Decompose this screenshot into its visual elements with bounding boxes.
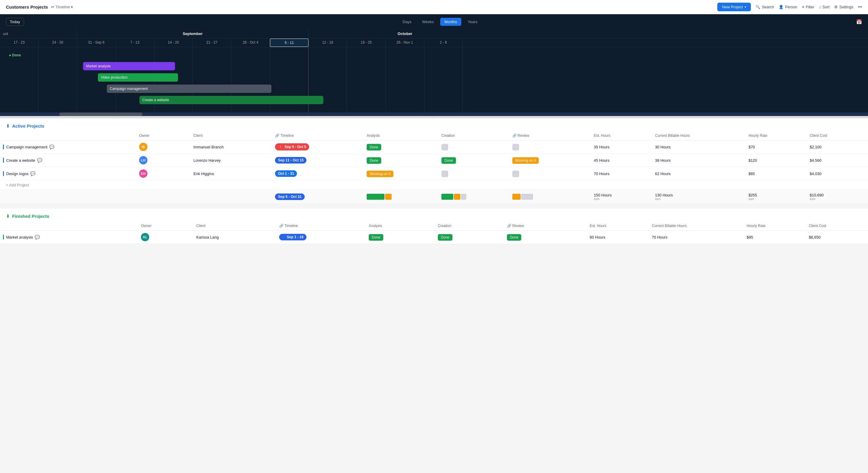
- person-label: Person: [785, 5, 797, 9]
- campaign-name-text: Campaign management: [6, 145, 48, 149]
- billable-cell: 62 Hours: [652, 167, 745, 180]
- person-button[interactable]: 👤 Person: [779, 5, 797, 9]
- week-col-11: 2 - 8: [424, 38, 463, 47]
- gantt-scrollbar-thumb[interactable]: [59, 113, 143, 116]
- week-col-0: 17 - 23: [0, 38, 38, 47]
- owner-cell: LH: [136, 154, 190, 167]
- timeline-cell: ! Sep 5 - Oct 5: [272, 140, 364, 154]
- review-cell: [509, 167, 591, 180]
- client-name: Immanuel Branch: [193, 145, 224, 149]
- finished-projects-header-row: Owner Client 🔗 Timeline Analysis Creatio…: [0, 221, 868, 231]
- link-icon-review-f: 🔗: [507, 224, 512, 228]
- finished-projects-header: ⬇ Finished Projects: [0, 209, 868, 221]
- summary-analysis-bar: [364, 190, 438, 204]
- status-empty-review: [512, 144, 519, 150]
- filter-button[interactable]: ≡ Filter: [802, 5, 814, 9]
- timeline-badge-campaign[interactable]: ! Sep 5 - Oct 5: [275, 143, 309, 150]
- mini-bar-orange-3: [512, 194, 521, 200]
- analysis-cell: Done: [364, 140, 438, 154]
- mini-bar-orange: [385, 194, 392, 200]
- gantt-bar-campaign-management[interactable]: Campaign management: [107, 85, 272, 93]
- est-hours-cell: 35 Hours: [591, 140, 652, 154]
- gantt-bar-create-website[interactable]: Create a website: [140, 96, 323, 104]
- gantt-scrollbar[interactable]: [0, 113, 868, 116]
- project-name-website: Create a website 💬: [3, 158, 133, 162]
- client-cost-cell: $4,030: [807, 167, 868, 180]
- client-cell: Immanuel Branch: [190, 140, 272, 154]
- new-project-button[interactable]: New Project ▾: [717, 3, 751, 11]
- market-name-text: Market analysis: [6, 235, 33, 239]
- finished-projects-section: ⬇ Finished Projects Owner Client 🔗 Timel…: [0, 209, 868, 244]
- more-button[interactable]: •••: [858, 5, 862, 9]
- project-name-cell: Design logos 💬: [0, 167, 136, 180]
- view-icon: ⇌: [51, 5, 54, 9]
- summary-est-hours-sub: sum: [594, 197, 649, 201]
- comment-icon[interactable]: 💬: [49, 145, 54, 149]
- timeline-badge-market[interactable]: ✓ Sep 1 - 18: [279, 234, 306, 240]
- analysis-cell-f: Done: [366, 231, 435, 244]
- th-billable-f: Current Billable Hours: [649, 221, 744, 231]
- week-col-1: 24 - 30: [38, 38, 77, 47]
- tab-months[interactable]: Months: [440, 18, 461, 26]
- est-hours-cell-f: 80 Hours: [587, 231, 649, 244]
- link-icon-f: 🔗: [279, 224, 284, 228]
- view-selector[interactable]: ⇌ Timeline ▾: [51, 5, 73, 9]
- tab-years[interactable]: Years: [464, 18, 482, 26]
- month-sep-label: September: [77, 29, 309, 38]
- week-col-6: 28 - Oct 4: [231, 38, 270, 47]
- gantt-rows-area: ● Done Market analysis Video production …: [0, 47, 868, 113]
- week-col-2: 31 - Sep 6: [77, 38, 116, 47]
- avatar-kl: KL: [141, 233, 149, 241]
- hourly-rate-cell: $70: [745, 140, 807, 154]
- billable-cell: 30 Hours: [652, 140, 745, 154]
- timeline-badge-website[interactable]: Sep 11 - Oct 15: [275, 157, 306, 164]
- finished-projects-icon: ⬇: [6, 213, 10, 219]
- gantt-months-row: ust September October: [0, 29, 868, 38]
- link-icon: 🔗: [275, 134, 279, 138]
- timeline-view-tabs: Days Weeks Months Years: [398, 18, 482, 26]
- active-projects-section: ⬇ Active Projects Owner Client 🔗 Timelin…: [0, 118, 868, 204]
- status-done-analysis-2: Done: [367, 157, 381, 164]
- owner-cell-f: KL: [138, 231, 193, 244]
- summary-hourly-sub: sum: [748, 197, 804, 201]
- top-nav-right: New Project ▾ 🔍 Search 👤 Person ≡ Filter…: [717, 3, 862, 11]
- est-hours-cell: 70 Hours: [591, 167, 652, 180]
- calendar-icon[interactable]: 📅: [856, 19, 862, 25]
- search-button[interactable]: 🔍 Search: [755, 5, 774, 9]
- add-project-label[interactable]: + Add Project: [0, 180, 868, 190]
- resize-handle[interactable]: ⋯: [0, 116, 868, 118]
- add-project-row[interactable]: + Add Project: [0, 180, 868, 190]
- tab-weeks[interactable]: Weeks: [418, 18, 438, 26]
- th-review-f: 🔗 Review: [504, 221, 587, 231]
- sort-button[interactable]: ↕ Sort: [819, 5, 830, 9]
- hourly-rate-cell-f: $95: [744, 231, 806, 244]
- timeline-badge-logos[interactable]: Oct 1 - 31: [275, 170, 297, 177]
- summary-est-hours-value: 150 Hours: [594, 193, 649, 197]
- mini-bar-green: [367, 194, 384, 200]
- today-button[interactable]: Today: [6, 18, 24, 26]
- bar-label-market-analysis: Market analysis: [86, 64, 111, 68]
- week-col-4: 14 - 20: [154, 38, 193, 47]
- status-empty-creation-3: [441, 171, 448, 177]
- client-cost-cell: $4,560: [807, 154, 868, 167]
- review-cell: [509, 140, 591, 154]
- comment-icon[interactable]: 💬: [37, 158, 42, 162]
- summary-billable-value: 130 Hours: [655, 193, 743, 197]
- hourly-rate-cell: $120: [745, 154, 807, 167]
- website-name-text: Create a website: [6, 158, 35, 162]
- tab-days[interactable]: Days: [398, 18, 415, 26]
- avatar-lh: LH: [139, 156, 148, 165]
- est-hours-cell: 45 Hours: [591, 154, 652, 167]
- gantt-bar-market-analysis[interactable]: Market analysis: [83, 62, 175, 70]
- sort-icon: ↕: [819, 5, 821, 9]
- week-col-9: 19 - 25: [347, 38, 385, 47]
- comment-icon-f[interactable]: 💬: [35, 235, 40, 239]
- comment-icon[interactable]: 💬: [30, 171, 35, 176]
- project-name-cell: Campaign management 💬: [0, 140, 136, 154]
- gantt-bar-video-production[interactable]: Video production: [98, 73, 178, 82]
- settings-button[interactable]: ⚙ Settings: [834, 5, 853, 9]
- search-label: Search: [762, 5, 774, 9]
- summary-timeline: Sep 5 - Oct 31: [272, 190, 364, 204]
- status-done-review-f: Done: [507, 234, 522, 241]
- client-cost-cell: $2,100: [807, 140, 868, 154]
